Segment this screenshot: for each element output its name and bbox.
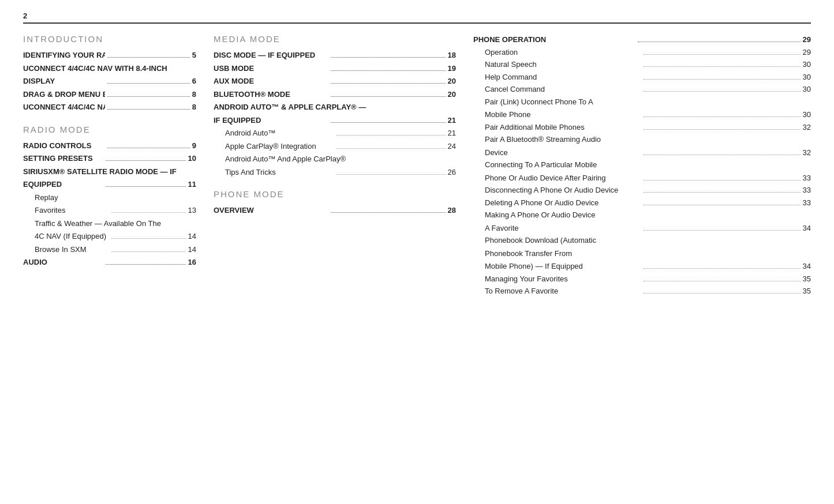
- intro-toc-list: IDENTIFYING YOUR RADIO 5 UCONNECT 4/4C/4…: [23, 50, 196, 113]
- phone-section-title: PHONE MODE: [214, 189, 456, 199]
- list-item: RADIO CONTROLS 9: [23, 140, 196, 152]
- list-item: Traffic & Weather — Available On The 4C …: [23, 218, 196, 242]
- top-rule: [23, 22, 811, 24]
- toc-container: INTRODUCTION IDENTIFYING YOUR RADIO 5 UC…: [23, 34, 811, 309]
- list-item: SIRIUSXM® SATELLITE RADIO MODE — IF EQUI…: [23, 166, 196, 190]
- list-item: ANDROID AUTO™ & APPLE CARPLAY® — IF EQUI…: [214, 101, 456, 126]
- list-item: Pair Additional Mobile Phones 32: [473, 122, 811, 133]
- list-item: Android Auto™ 21: [214, 127, 456, 139]
- list-item: Pair (Link) Uconnect Phone To A Mobile P…: [473, 96, 811, 121]
- list-item: UCONNECT 4/4C/4C NAV SETTINGS 8: [23, 101, 196, 113]
- radio-toc-list: RADIO CONTROLS 9 SETTING PRESETS 10 SIRI…: [23, 140, 196, 268]
- list-item: USB MODE 19: [214, 63, 456, 74]
- list-item: AUDIO 16: [23, 257, 196, 268]
- phone-op-toc-list: PHONE OPERATION 29 Operation 29 Natural …: [473, 34, 811, 297]
- list-item: Favorites 13: [23, 205, 196, 216]
- list-item: UCONNECT 4/4C/4C NAV WITH 8.4-INCH DISPL…: [23, 63, 196, 87]
- list-item: To Remove A Favorite 35: [473, 285, 811, 297]
- list-item: Making A Phone Or Audio Device A Favorit…: [473, 209, 811, 234]
- list-item: DISC MODE — IF EQUIPPED 18: [214, 50, 456, 61]
- list-item: Cancel Command 30: [473, 84, 811, 95]
- intro-section-title: INTRODUCTION: [23, 34, 196, 44]
- list-item: Disconnecting A Phone Or Audio Device 33: [473, 185, 811, 196]
- media-section-title: MEDIA MODE: [214, 34, 456, 44]
- list-item: Deleting A Phone Or Audio Device 33: [473, 197, 811, 209]
- col2: MEDIA MODE DISC MODE — IF EQUIPPED 18 US…: [214, 34, 456, 228]
- list-item: Android Auto™ And Apple CarPlay® Tips An…: [214, 153, 456, 178]
- list-item: DRAG & DROP MENU BAR 8: [23, 89, 196, 100]
- media-toc-list: DISC MODE — IF EQUIPPED 18 USB MODE 19 A…: [214, 50, 456, 178]
- list-item: OVERVIEW 28: [214, 205, 456, 216]
- list-item: IDENTIFYING YOUR RADIO 5: [23, 50, 196, 61]
- list-item: Managing Your Favorites 35: [473, 273, 811, 285]
- list-item: AUX MODE 20: [214, 76, 456, 87]
- list-item: BLUETOOTH® MODE 20: [214, 89, 456, 100]
- list-item: Replay: [23, 192, 196, 204]
- radio-section-title: RADIO MODE: [23, 125, 196, 134]
- list-item: Browse In SXM 14: [23, 244, 196, 255]
- list-item: Help Command 30: [473, 72, 811, 83]
- list-item: Connecting To A Particular Mobile Phone …: [473, 159, 811, 183]
- list-item: Natural Speech 30: [473, 59, 811, 70]
- list-item: SETTING PRESETS 10: [23, 153, 196, 164]
- list-item: Operation 29: [473, 47, 811, 58]
- list-item: Pair A Bluetooth® Streaming Audio Device…: [473, 134, 811, 158]
- list-item: Phonebook Download (Automatic Phonebook …: [473, 235, 811, 272]
- list-item: PHONE OPERATION 29: [473, 34, 811, 46]
- list-item: Apple CarPlay® Integration 24: [214, 141, 456, 152]
- col1: INTRODUCTION IDENTIFYING YOUR RADIO 5 UC…: [23, 34, 196, 280]
- page-number: 2: [23, 12, 811, 20]
- phone-mode-toc-list: OVERVIEW 28: [214, 205, 456, 216]
- col3: PHONE OPERATION 29 Operation 29 Natural …: [473, 34, 811, 309]
